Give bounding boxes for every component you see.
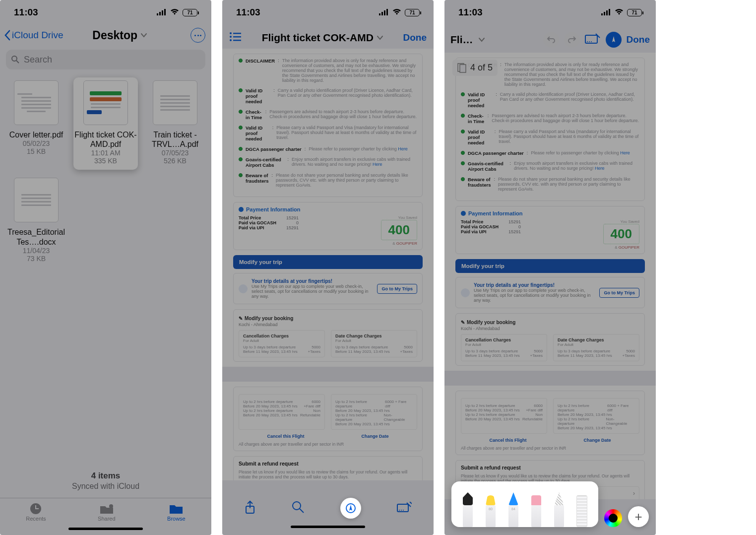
- svg-rect-27: [604, 12, 605, 15]
- file-thumbnail: [83, 80, 128, 125]
- chevron-down-icon: [377, 35, 383, 40]
- battery-icon: 71: [405, 9, 420, 16]
- document-title: Fli…: [450, 34, 473, 46]
- search-input[interactable]: Search: [6, 50, 205, 69]
- more-button[interactable]: [190, 28, 205, 43]
- wifi-icon: [392, 7, 402, 18]
- redo-button[interactable]: [564, 32, 580, 48]
- autofill-icon[interactable]: [585, 33, 601, 46]
- share-icon[interactable]: [244, 500, 256, 516]
- pdf-preview-screen: 11:03 71 Flight ticket COK-AMD Done DISC…: [222, 0, 434, 535]
- svg-rect-17: [233, 40, 241, 41]
- svg-rect-1: [159, 12, 161, 15]
- file-item[interactable]: Treesa_Editorial Tes….docx 11/04/23 73 K…: [4, 175, 68, 267]
- markup-toggle[interactable]: [606, 32, 622, 48]
- svg-point-23: [399, 510, 400, 511]
- modify-trip-banner: Modify your trip: [233, 255, 423, 269]
- chevron-down-icon[interactable]: [478, 37, 485, 42]
- tab-browse[interactable]: Browse: [167, 502, 186, 522]
- cellular-icon: [379, 7, 389, 18]
- list-view-icon[interactable]: [229, 32, 242, 44]
- cellular-icon: [601, 7, 611, 18]
- home-indicator[interactable]: [291, 526, 365, 528]
- toolbar: [222, 493, 434, 535]
- svg-point-16: [230, 39, 232, 41]
- svg-point-7: [109, 504, 113, 508]
- saved-amount: 400: [381, 220, 417, 240]
- pencil-tool[interactable]: 84: [506, 492, 521, 527]
- app-icon: [239, 284, 248, 293]
- item-count: 4 items: [0, 471, 211, 481]
- file-thumbnail: [153, 80, 197, 125]
- eraser-tool[interactable]: [529, 495, 544, 527]
- chevron-down-icon: [140, 33, 147, 38]
- svg-point-14: [230, 36, 232, 38]
- file-thumbnail: [14, 178, 59, 222]
- clock: 11:03: [14, 7, 38, 18]
- file-thumbnail: [14, 80, 59, 125]
- undo-button[interactable]: [543, 32, 559, 48]
- page-thumbnails-icon[interactable]: [457, 63, 466, 73]
- ruler-tool[interactable]: [574, 495, 589, 527]
- back-button[interactable]: iCloud Drive: [4, 30, 63, 41]
- battery-icon: 71: [627, 9, 642, 16]
- modify-booking-heading: ✎Modify your booking: [239, 316, 417, 321]
- go-to-mytrips-button: Go to My Trips: [377, 284, 417, 294]
- payment-heading: Payment Information: [239, 206, 417, 212]
- svg-point-19: [293, 502, 301, 510]
- svg-rect-15: [233, 36, 241, 37]
- cellular-icon: [157, 7, 167, 18]
- svg-rect-29: [609, 9, 610, 15]
- svg-rect-26: [601, 13, 603, 15]
- clock: 11:03: [458, 7, 483, 18]
- tab-shared[interactable]: Shared: [98, 502, 115, 522]
- shared-folder-icon: [99, 502, 114, 515]
- svg-rect-22: [397, 504, 408, 512]
- tab-recents[interactable]: Recents: [26, 502, 46, 522]
- clock: 11:03: [236, 7, 260, 18]
- markup-screen: 11:03 71 Fli… Done 4 of 5 DISCLAIMER : T…: [444, 0, 656, 535]
- svg-rect-9: [381, 12, 383, 15]
- file-item[interactable]: Train ticket - TRVL…A.pdf 07/05/23 526 K…: [143, 77, 207, 170]
- lasso-tool[interactable]: [552, 492, 567, 527]
- svg-rect-8: [379, 13, 380, 15]
- file-item-selected[interactable]: Flight ticket COK-AMD.pdf 11:01 AM 335 K…: [73, 77, 138, 170]
- svg-point-4: [12, 56, 17, 61]
- wifi-icon: [170, 7, 180, 18]
- color-picker[interactable]: [604, 509, 622, 527]
- document-title[interactable]: Flight ticket COK-AMD: [262, 32, 383, 44]
- file-item[interactable]: Cover letter.pdf 05/02/23 15 KB: [4, 77, 68, 170]
- svg-point-24: [401, 510, 402, 511]
- svg-point-12: [230, 32, 232, 34]
- svg-rect-28: [606, 10, 608, 15]
- highlighter-tool[interactable]: 80: [483, 495, 498, 527]
- wifi-icon: [614, 7, 624, 18]
- search-icon: [11, 55, 20, 64]
- svg-rect-2: [162, 10, 163, 15]
- status-bar: 11:03 71: [0, 0, 211, 25]
- svg-rect-35: [460, 65, 466, 72]
- files-app-screen: 11:03 71 iCloud Drive Desktop Search Cov…: [0, 0, 211, 535]
- status-bar: 11:03 71: [222, 0, 434, 25]
- folder-title[interactable]: Desktop: [56, 29, 184, 42]
- search-icon[interactable]: [292, 501, 305, 516]
- done-button[interactable]: Done: [403, 32, 427, 43]
- folder-icon: [169, 502, 184, 515]
- tab-bar: Recents Shared Browse: [0, 498, 211, 524]
- pen-tool[interactable]: [460, 492, 475, 527]
- svg-rect-0: [157, 13, 158, 15]
- battery-icon: 71: [183, 9, 197, 16]
- home-indicator[interactable]: [68, 528, 143, 530]
- svg-rect-11: [386, 9, 388, 15]
- done-button[interactable]: Done: [627, 34, 650, 45]
- sync-status: Synced with iCloud: [0, 482, 211, 491]
- svg-rect-3: [164, 9, 166, 15]
- pdf-content[interactable]: DISCLAIMER : The information provided ab…: [444, 53, 656, 499]
- add-button[interactable]: +: [628, 506, 649, 527]
- status-bar: 11:03 71: [444, 0, 656, 25]
- page-indicator: 4 of 5: [452, 60, 498, 76]
- pdf-content[interactable]: DISCLAIMER : The information provided ab…: [222, 49, 434, 480]
- svg-point-31: [587, 41, 588, 42]
- markup-button[interactable]: [340, 498, 361, 519]
- annotate-icon[interactable]: [397, 502, 412, 515]
